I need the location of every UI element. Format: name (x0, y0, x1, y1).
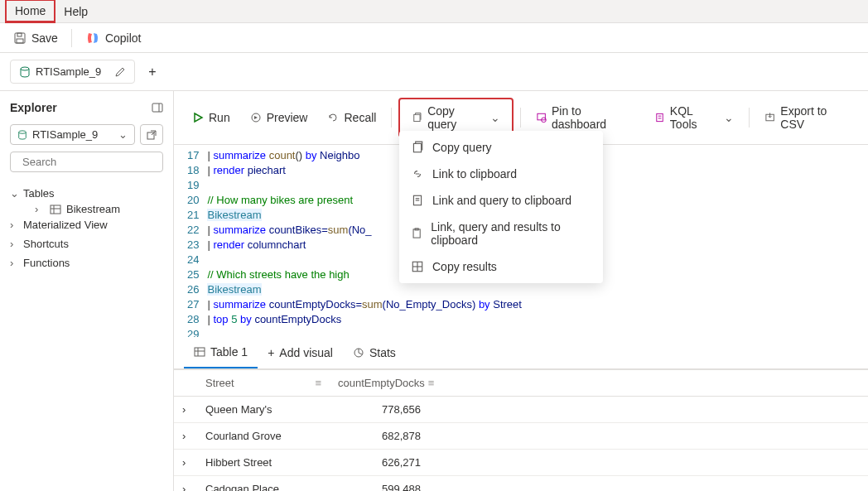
table-row[interactable]: ›Courland Grove682,878 (174, 423, 868, 450)
play-icon (192, 112, 204, 123)
svg-rect-4 (152, 103, 162, 112)
explorer-tree: ⌄Tables › Bikestream ›Materialized View … (10, 184, 163, 272)
chevron-down-icon: ⌄ (490, 111, 500, 124)
recall-icon (327, 112, 339, 123)
explorer-title: Explorer (10, 101, 57, 114)
recall-button[interactable]: Recall (319, 106, 384, 129)
new-tab-button[interactable]: + (142, 61, 162, 83)
chevron-down-icon: ⌄ (118, 128, 128, 141)
svg-rect-15 (414, 114, 420, 121)
expand-row[interactable]: › (174, 476, 197, 491)
database-selector[interactable]: RTISample_9 ⌄ (10, 124, 135, 145)
table-row[interactable]: ›Queen Mary's778,656 (174, 397, 868, 423)
dd-link-query-clipboard[interactable]: Link and query to clipboard (399, 187, 603, 214)
sort-icon: ≡ (315, 377, 321, 389)
save-label: Save (31, 31, 58, 45)
results-table: Street≡ countEmptyDocks≡ ›Queen Mary's77… (174, 369, 868, 491)
copy-icon (412, 112, 422, 123)
tools-icon (654, 112, 665, 123)
svg-rect-18 (657, 113, 663, 121)
cell-street: Hibbert Street (197, 450, 330, 475)
expand-row[interactable]: › (174, 397, 197, 422)
stats-icon (353, 347, 364, 359)
preview-button[interactable]: Preview (242, 106, 316, 129)
menubar: Home Help (0, 0, 868, 23)
svg-rect-11 (51, 205, 60, 214)
tab-label: RTISample_9 (36, 65, 101, 78)
export-csv-button[interactable]: Export to CSV (756, 99, 858, 136)
cell-street: Queen Mary's (197, 397, 330, 422)
results-tabstrip: Table 1 + Add visual Stats (174, 337, 868, 369)
search-box[interactable] (10, 152, 163, 172)
cell-street: Courland Grove (197, 423, 330, 449)
database-icon (17, 130, 27, 140)
copilot-label: Copilot (105, 31, 142, 45)
menu-help[interactable]: Help (55, 2, 96, 22)
tree-shortcuts[interactable]: ›Shortcuts (10, 234, 163, 253)
plus-icon: + (268, 346, 274, 359)
svg-rect-1 (17, 33, 22, 36)
table-icon (194, 346, 205, 358)
svg-rect-2 (17, 39, 23, 43)
copilot-icon (85, 31, 100, 46)
svg-rect-22 (413, 143, 421, 152)
db-name: RTISample_9 (32, 128, 98, 141)
search-input[interactable] (22, 156, 162, 168)
panel-icon[interactable] (152, 102, 163, 113)
svg-point-6 (19, 130, 27, 132)
explorer-sidebar: Explorer RTISample_9 ⌄ ⌄Tables › Bikestr… (0, 91, 174, 491)
preview-icon (250, 112, 262, 123)
kql-tools-button[interactable]: KQL Tools ⌄ (646, 99, 742, 136)
copy-query-dropdown: Copy query Link to clipboard Link and qu… (399, 131, 603, 283)
tree-materialized[interactable]: ›Materialized View (10, 215, 163, 234)
dd-link-clipboard[interactable]: Link to clipboard (399, 161, 603, 187)
tree-bikestream[interactable]: › Bikestream (10, 203, 163, 215)
table-icon (50, 204, 61, 215)
sort-icon: ≡ (428, 377, 435, 389)
table-row[interactable]: ›Cadogan Place599,488 (174, 476, 868, 491)
copilot-button[interactable]: Copilot (79, 27, 148, 49)
cell-street: Cadogan Place (197, 476, 330, 491)
results-add-visual[interactable]: + Add visual (258, 338, 343, 368)
dd-copy-query[interactable]: Copy query (399, 134, 603, 161)
expand-row[interactable]: › (174, 450, 197, 475)
cell-count: 778,656 (330, 397, 429, 422)
dd-copy-results[interactable]: Copy results (399, 253, 603, 280)
copy-icon (411, 141, 424, 154)
svg-rect-31 (195, 348, 205, 356)
results-tab-table1[interactable]: Table 1 (184, 337, 258, 368)
results-stats[interactable]: Stats (343, 338, 406, 368)
expand-row[interactable]: › (174, 423, 197, 449)
clipboard-icon (411, 227, 422, 240)
tree-tables[interactable]: ⌄Tables (10, 184, 163, 203)
export-icon (764, 112, 775, 123)
chevron-down-icon: ⌄ (724, 111, 734, 124)
cell-count: 682,878 (330, 423, 429, 449)
cell-count: 599,488 (330, 476, 429, 491)
topbar: Save Copilot (0, 23, 868, 53)
query-tab[interactable]: RTISample_9 (10, 60, 135, 84)
tabstrip: RTISample_9 + (0, 53, 868, 91)
link-icon (411, 167, 424, 181)
run-button[interactable]: Run (184, 106, 239, 129)
cell-count: 626,271 (330, 450, 429, 475)
edit-icon[interactable] (114, 66, 126, 78)
popout-button[interactable] (140, 124, 163, 145)
svg-point-3 (21, 67, 29, 70)
database-icon (19, 66, 31, 78)
save-button[interactable]: Save (7, 28, 65, 48)
grid-icon (411, 260, 424, 273)
separator (71, 29, 72, 47)
save-icon (13, 31, 27, 45)
tree-functions[interactable]: ›Functions (10, 253, 163, 272)
link-query-icon (411, 194, 424, 207)
menu-home[interactable]: Home (5, 0, 55, 23)
column-header-street[interactable]: Street≡ (197, 370, 330, 396)
dd-link-query-results[interactable]: Link, query and results to clipboard (399, 214, 603, 253)
table-row[interactable]: ›Hibbert Street626,271 (174, 450, 868, 476)
column-header-count[interactable]: countEmptyDocks≡ (330, 370, 429, 396)
pin-icon (536, 112, 547, 123)
